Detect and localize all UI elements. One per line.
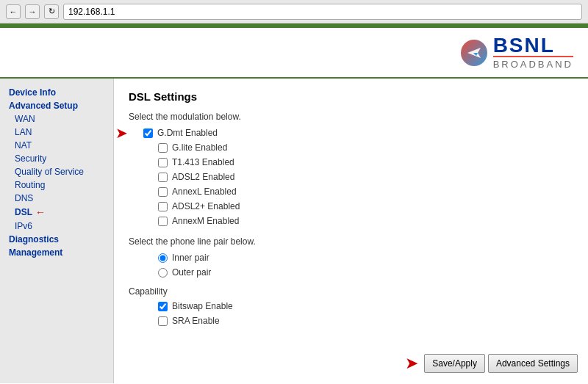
checkbox-adsl2[interactable] — [158, 173, 168, 182]
header: BSNL BROADBAND — [0, 28, 588, 79]
label-annexm: AnnexM Enabled — [172, 216, 239, 226]
forward-button[interactable]: → — [25, 4, 40, 19]
checkbox-bitswap[interactable] — [158, 302, 168, 311]
radio-outer[interactable] — [158, 268, 168, 278]
sidebar-item-dns[interactable]: DNS — [0, 192, 113, 205]
option-row-adsl2plus: ADSL2+ Enabled — [129, 201, 573, 211]
checkbox-annexl[interactable] — [158, 187, 168, 197]
brand-name: BSNL — [493, 35, 573, 56]
label-bitswap: Bitswap Enable — [172, 301, 233, 311]
bsnl-logo: BSNL BROADBAND — [461, 35, 573, 70]
label-gdmt: G.Dmt Enabled — [157, 128, 218, 138]
content-area: DSL Settings Select the modulation below… — [114, 79, 588, 383]
option-row-outer: Outer pair — [129, 267, 573, 278]
sidebar-item-ipv6[interactable]: IPv6 — [0, 220, 113, 233]
refresh-button[interactable]: ↻ — [44, 4, 59, 19]
label-sra: SRA Enable — [172, 316, 220, 326]
label-inner: Inner pair — [172, 253, 209, 263]
radio-inner[interactable] — [158, 253, 168, 263]
gdmt-arrow: ➤ — [115, 124, 128, 142]
bsnl-icon — [461, 40, 487, 66]
checkbox-annexm[interactable] — [158, 217, 168, 226]
option-row-t1413: T1.413 Enabled — [129, 157, 573, 167]
sidebar: Device Info Advanced Setup WAN LAN NAT S… — [0, 79, 114, 383]
modulation-label: Select the modulation below. — [129, 112, 573, 122]
label-t1413: T1.413 Enabled — [172, 157, 234, 167]
option-row-annexm: AnnexM Enabled — [129, 216, 573, 226]
option-row-adsl2: ADSL2 Enabled — [129, 172, 573, 182]
bsnl-text-block: BSNL BROADBAND — [493, 35, 573, 70]
sidebar-item-advanced-setup[interactable]: Advanced Setup — [0, 99, 113, 112]
address-bar[interactable] — [63, 4, 582, 20]
checkbox-adsl2plus[interactable] — [158, 202, 168, 211]
sidebar-item-dsl[interactable]: DSL ← — [0, 205, 113, 220]
advanced-settings-button[interactable]: Advanced Settings — [488, 354, 578, 373]
save-arrow: ➤ — [405, 354, 418, 373]
sidebar-item-management[interactable]: Management — [0, 246, 113, 259]
sidebar-item-lan[interactable]: LAN — [0, 126, 113, 139]
label-annexl: AnnexL Enabled — [172, 186, 237, 197]
capability-label: Capability — [129, 286, 573, 297]
page-title: DSL Settings — [129, 90, 573, 103]
option-row-gdmt: ➤ G.Dmt Enabled — [129, 128, 573, 138]
option-row-inner: Inner pair — [129, 253, 573, 263]
option-row-sra: SRA Enable — [129, 316, 573, 326]
buttons-area: ➤ Save/Apply Advanced Settings — [405, 354, 578, 373]
sidebar-item-wan[interactable]: WAN — [0, 112, 113, 126]
main-layout: Device Info Advanced Setup WAN LAN NAT S… — [0, 79, 588, 383]
option-row-glite: G.lite Enabled — [129, 142, 573, 153]
sidebar-item-diagnostics[interactable]: Diagnostics — [0, 233, 113, 246]
label-adsl2plus: ADSL2+ Enabled — [172, 201, 240, 211]
sidebar-item-nat[interactable]: NAT — [0, 139, 113, 152]
sidebar-item-device-info[interactable]: Device Info — [0, 86, 113, 99]
label-glite: G.lite Enabled — [172, 142, 227, 153]
sidebar-item-qos[interactable]: Quality of Service — [0, 165, 113, 178]
browser-bar: ← → ↻ — [0, 0, 588, 23]
label-outer: Outer pair — [172, 267, 211, 278]
option-row-bitswap: Bitswap Enable — [129, 301, 573, 311]
label-adsl2: ADSL2 Enabled — [172, 172, 234, 182]
plane-icon — [466, 45, 482, 61]
sidebar-item-routing[interactable]: Routing — [0, 178, 113, 192]
back-button[interactable]: ← — [6, 4, 21, 19]
option-row-annexl: AnnexL Enabled — [129, 186, 573, 197]
phone-label: Select the phone line pair below. — [129, 236, 573, 247]
checkbox-t1413[interactable] — [158, 158, 168, 167]
checkbox-glite[interactable] — [158, 143, 168, 153]
checkbox-gdmt[interactable] — [143, 128, 153, 138]
dsl-arrow-indicator: ← — [35, 206, 46, 218]
brand-subtitle: BROADBAND — [493, 56, 573, 70]
sidebar-item-security[interactable]: Security — [0, 152, 113, 165]
save-apply-button[interactable]: Save/Apply — [424, 354, 485, 373]
checkbox-sra[interactable] — [158, 316, 168, 326]
